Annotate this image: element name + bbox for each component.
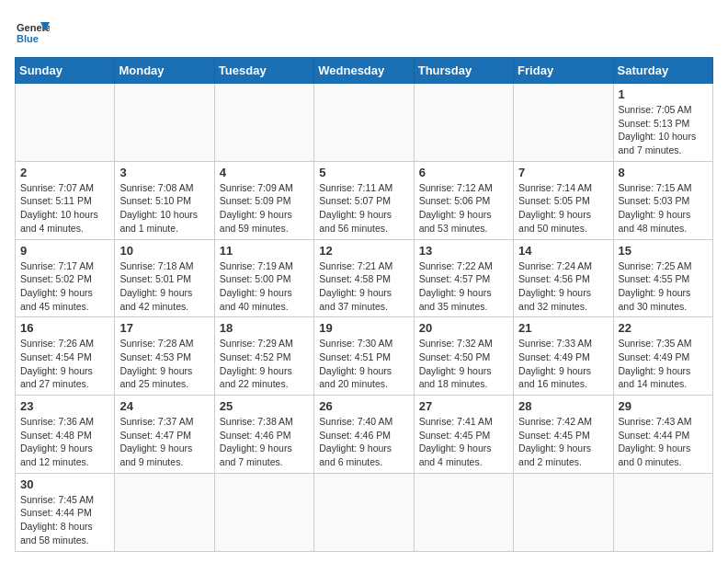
day-number: 24 <box>119 399 209 413</box>
day-info: Sunrise: 7:30 AM Sunset: 4:51 PM Dayligh… <box>319 337 408 391</box>
day-number: 29 <box>619 399 708 413</box>
calendar-week-row: 30Sunrise: 7:45 AM Sunset: 4:44 PM Dayli… <box>16 473 713 551</box>
day-info: Sunrise: 7:08 AM Sunset: 5:10 PM Dayligh… <box>119 181 209 236</box>
weekday-header-tuesday: Tuesday <box>214 58 313 84</box>
day-number: 20 <box>419 321 508 335</box>
day-info: Sunrise: 7:43 AM Sunset: 4:44 PM Dayligh… <box>619 415 708 469</box>
calendar-cell: 14Sunrise: 7:24 AM Sunset: 4:56 PM Dayli… <box>514 239 613 317</box>
calendar-cell: 6Sunrise: 7:12 AM Sunset: 5:06 PM Daylig… <box>414 161 513 239</box>
calendar-cell: 26Sunrise: 7:40 AM Sunset: 4:46 PM Dayli… <box>314 396 414 474</box>
day-number: 11 <box>220 244 309 258</box>
day-info: Sunrise: 7:24 AM Sunset: 4:56 PM Dayligh… <box>518 259 608 314</box>
day-info: Sunrise: 7:11 AM Sunset: 5:07 PM Dayligh… <box>319 181 408 236</box>
day-info: Sunrise: 7:22 AM Sunset: 4:57 PM Dayligh… <box>419 259 508 314</box>
day-info: Sunrise: 7:12 AM Sunset: 5:06 PM Dayligh… <box>419 181 508 236</box>
page: General Blue SundayMondayTuesdayWednesda… <box>0 0 728 563</box>
day-number: 30 <box>20 477 109 491</box>
day-info: Sunrise: 7:45 AM Sunset: 4:44 PM Dayligh… <box>20 493 109 547</box>
calendar-cell: 22Sunrise: 7:35 AM Sunset: 4:49 PM Dayli… <box>613 317 712 396</box>
day-info: Sunrise: 7:42 AM Sunset: 4:45 PM Dayligh… <box>518 415 608 469</box>
calendar-cell: 3Sunrise: 7:08 AM Sunset: 5:10 PM Daylig… <box>115 161 214 239</box>
generalblue-logo-icon: General Blue <box>15 15 50 50</box>
day-number: 22 <box>619 321 708 335</box>
header-area: General Blue <box>15 15 713 50</box>
day-number: 1 <box>619 87 708 101</box>
calendar-cell: 13Sunrise: 7:22 AM Sunset: 4:57 PM Dayli… <box>414 239 513 317</box>
day-info: Sunrise: 7:25 AM Sunset: 4:55 PM Dayligh… <box>619 259 708 314</box>
calendar-cell: 29Sunrise: 7:43 AM Sunset: 4:44 PM Dayli… <box>613 396 712 474</box>
day-info: Sunrise: 7:05 AM Sunset: 5:13 PM Dayligh… <box>619 103 708 157</box>
day-number: 28 <box>518 399 608 413</box>
day-info: Sunrise: 7:36 AM Sunset: 4:48 PM Dayligh… <box>20 415 109 469</box>
calendar-cell <box>514 84 613 162</box>
calendar-cell: 27Sunrise: 7:41 AM Sunset: 4:45 PM Dayli… <box>414 396 513 474</box>
calendar-cell <box>314 84 414 162</box>
weekday-header-friday: Friday <box>514 58 613 84</box>
day-info: Sunrise: 7:21 AM Sunset: 4:58 PM Dayligh… <box>319 259 408 314</box>
day-info: Sunrise: 7:41 AM Sunset: 4:45 PM Dayligh… <box>419 415 508 469</box>
day-info: Sunrise: 7:14 AM Sunset: 5:05 PM Dayligh… <box>518 181 608 236</box>
calendar-cell: 18Sunrise: 7:29 AM Sunset: 4:52 PM Dayli… <box>214 317 313 396</box>
day-info: Sunrise: 7:33 AM Sunset: 4:49 PM Dayligh… <box>518 337 608 391</box>
calendar-cell: 19Sunrise: 7:30 AM Sunset: 4:51 PM Dayli… <box>314 317 414 396</box>
calendar-cell <box>115 84 214 162</box>
day-info: Sunrise: 7:09 AM Sunset: 5:09 PM Dayligh… <box>220 181 309 236</box>
calendar-cell <box>314 473 414 551</box>
day-number: 10 <box>119 244 209 258</box>
calendar-cell: 25Sunrise: 7:38 AM Sunset: 4:46 PM Dayli… <box>214 396 313 474</box>
calendar-cell: 17Sunrise: 7:28 AM Sunset: 4:53 PM Dayli… <box>115 317 214 396</box>
calendar-cell: 8Sunrise: 7:15 AM Sunset: 5:03 PM Daylig… <box>613 161 712 239</box>
calendar-cell: 4Sunrise: 7:09 AM Sunset: 5:09 PM Daylig… <box>214 161 313 239</box>
svg-text:Blue: Blue <box>17 33 39 44</box>
day-number: 5 <box>319 166 408 179</box>
calendar-cell: 10Sunrise: 7:18 AM Sunset: 5:01 PM Dayli… <box>115 239 214 317</box>
calendar-cell: 21Sunrise: 7:33 AM Sunset: 4:49 PM Dayli… <box>514 317 613 396</box>
calendar-week-row: 1Sunrise: 7:05 AM Sunset: 5:13 PM Daylig… <box>16 84 713 162</box>
day-info: Sunrise: 7:17 AM Sunset: 5:02 PM Dayligh… <box>20 259 109 314</box>
day-number: 27 <box>419 399 508 413</box>
calendar-week-row: 16Sunrise: 7:26 AM Sunset: 4:54 PM Dayli… <box>16 317 713 396</box>
day-number: 3 <box>119 166 209 179</box>
day-number: 23 <box>20 399 109 413</box>
calendar-cell <box>214 473 313 551</box>
calendar-cell <box>16 84 115 162</box>
day-number: 14 <box>518 244 608 258</box>
day-number: 19 <box>319 321 408 335</box>
day-info: Sunrise: 7:35 AM Sunset: 4:49 PM Dayligh… <box>619 337 708 391</box>
weekday-header-wednesday: Wednesday <box>314 58 414 84</box>
day-info: Sunrise: 7:37 AM Sunset: 4:47 PM Dayligh… <box>119 415 209 469</box>
day-info: Sunrise: 7:38 AM Sunset: 4:46 PM Dayligh… <box>220 415 309 469</box>
calendar-week-row: 23Sunrise: 7:36 AM Sunset: 4:48 PM Dayli… <box>16 396 713 474</box>
weekday-header-thursday: Thursday <box>414 58 513 84</box>
calendar-cell <box>414 84 513 162</box>
calendar-week-row: 2Sunrise: 7:07 AM Sunset: 5:11 PM Daylig… <box>16 161 713 239</box>
calendar-cell: 11Sunrise: 7:19 AM Sunset: 5:00 PM Dayli… <box>214 239 313 317</box>
day-info: Sunrise: 7:15 AM Sunset: 5:03 PM Dayligh… <box>619 181 708 236</box>
calendar-week-row: 9Sunrise: 7:17 AM Sunset: 5:02 PM Daylig… <box>16 239 713 317</box>
day-info: Sunrise: 7:32 AM Sunset: 4:50 PM Dayligh… <box>419 337 508 391</box>
day-number: 21 <box>518 321 608 335</box>
calendar-cell: 16Sunrise: 7:26 AM Sunset: 4:54 PM Dayli… <box>16 317 115 396</box>
calendar-cell: 9Sunrise: 7:17 AM Sunset: 5:02 PM Daylig… <box>16 239 115 317</box>
calendar-cell: 7Sunrise: 7:14 AM Sunset: 5:05 PM Daylig… <box>514 161 613 239</box>
calendar-cell: 24Sunrise: 7:37 AM Sunset: 4:47 PM Dayli… <box>115 396 214 474</box>
day-info: Sunrise: 7:28 AM Sunset: 4:53 PM Dayligh… <box>119 337 209 391</box>
day-number: 9 <box>20 244 109 258</box>
day-number: 12 <box>319 244 408 258</box>
weekday-header-sunday: Sunday <box>16 58 115 84</box>
calendar-cell: 2Sunrise: 7:07 AM Sunset: 5:11 PM Daylig… <box>16 161 115 239</box>
calendar-cell <box>613 473 712 551</box>
calendar-cell <box>414 473 513 551</box>
calendar-cell: 20Sunrise: 7:32 AM Sunset: 4:50 PM Dayli… <box>414 317 513 396</box>
calendar-cell: 28Sunrise: 7:42 AM Sunset: 4:45 PM Dayli… <box>514 396 613 474</box>
calendar-cell: 30Sunrise: 7:45 AM Sunset: 4:44 PM Dayli… <box>16 473 115 551</box>
calendar-cell <box>514 473 613 551</box>
logo: General Blue <box>15 15 50 50</box>
calendar-cell: 23Sunrise: 7:36 AM Sunset: 4:48 PM Dayli… <box>16 396 115 474</box>
calendar-cell <box>214 84 313 162</box>
calendar-cell <box>115 473 214 551</box>
day-number: 18 <box>220 321 309 335</box>
day-number: 7 <box>518 166 608 179</box>
weekday-header-saturday: Saturday <box>613 58 712 84</box>
day-number: 15 <box>619 244 708 258</box>
